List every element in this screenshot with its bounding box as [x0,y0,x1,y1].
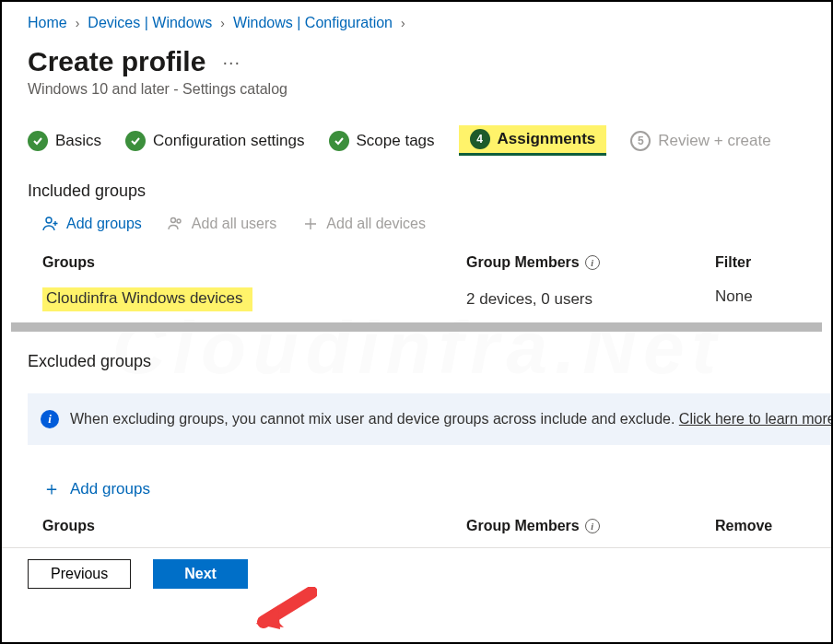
included-groups-heading: Included groups [2,169,831,206]
chevron-right-icon: › [220,16,225,30]
page-title: Create profile [28,46,205,77]
step-number-icon: 4 [470,129,490,149]
info-icon[interactable]: i [585,255,600,270]
more-icon[interactable]: ··· [222,52,241,73]
step-config[interactable]: Configuration settings [125,131,304,151]
add-groups-button[interactable]: Add groups [42,216,142,232]
step-basics[interactable]: Basics [28,131,101,151]
action-label: Add groups [66,216,142,232]
action-label: Add all devices [326,216,426,232]
breadcrumb-devices[interactable]: Devices | Windows [88,15,212,31]
included-table-header: Groups Group Members i Filter [2,245,831,278]
info-banner: i When excluding groups, you cannot mix … [28,393,831,445]
check-icon [329,131,349,151]
included-actions: Add groups Add all users Add all devices [2,206,831,245]
step-label: Assignments [498,130,596,148]
add-all-devices-button[interactable]: Add all devices [302,216,426,232]
horizontal-scrollbar[interactable] [11,322,822,332]
svg-point-0 [46,217,52,223]
step-number-icon: 5 [630,131,651,151]
check-icon [125,131,146,151]
breadcrumb-home[interactable]: Home [28,15,67,31]
footer: Previous Next [2,548,831,600]
info-text: When excluding groups, you cannot mix us… [70,411,831,427]
excluded-table-header: Groups Group Members i Remove [2,509,831,542]
breadcrumb-windows[interactable]: Windows | Configuration [233,15,393,31]
col-groups: Groups [42,518,466,534]
wizard-stepper: Basics Configuration settings Scope tags… [2,118,831,169]
svg-point-2 [177,219,181,223]
cell-filter: None [715,287,791,311]
info-icon[interactable]: i [585,519,600,533]
col-remove: Remove [715,518,791,534]
person-add-icon [42,216,59,232]
cell-members: 2 devices, 0 users [466,287,715,311]
step-review: 5 Review + create [630,131,770,151]
col-members: Group Members i [466,254,715,271]
add-groups-excluded-button[interactable]: ＋ Add groups [2,445,831,509]
step-label: Configuration settings [153,132,304,150]
people-icon [168,216,184,232]
col-members: Group Members i [466,518,715,534]
svg-point-1 [170,218,175,223]
chevron-right-icon: › [76,16,80,30]
info-icon: i [41,410,59,428]
step-label: Review + create [658,132,770,150]
next-button[interactable]: Next [153,559,248,589]
action-label: Add all users [192,216,277,232]
learn-more-link[interactable]: Click here to learn more about excluding… [679,411,831,427]
step-label: Basics [55,132,101,150]
table-row[interactable]: Cloudinfra Windows devices 2 devices, 0 … [2,278,831,321]
plus-icon [302,216,319,232]
step-assignments[interactable]: 4 Assignments [459,125,607,156]
col-filter: Filter [715,254,791,271]
breadcrumb: Home › Devices | Windows › Windows | Con… [2,2,831,37]
cell-group-name: Cloudinfra Windows devices [42,287,466,311]
page-subtitle: Windows 10 and later - Settings catalog [2,77,831,118]
previous-button[interactable]: Previous [28,559,131,589]
action-label: Add groups [70,480,150,498]
chevron-right-icon: › [401,16,405,30]
excluded-groups-heading: Excluded groups [2,332,831,377]
add-all-users-button[interactable]: Add all users [168,216,277,232]
step-scope[interactable]: Scope tags [329,131,435,151]
col-groups: Groups [42,254,466,271]
plus-icon: ＋ [42,476,61,501]
page-title-row: Create profile ··· [2,37,831,77]
step-label: Scope tags [357,132,435,150]
check-icon [28,131,48,151]
